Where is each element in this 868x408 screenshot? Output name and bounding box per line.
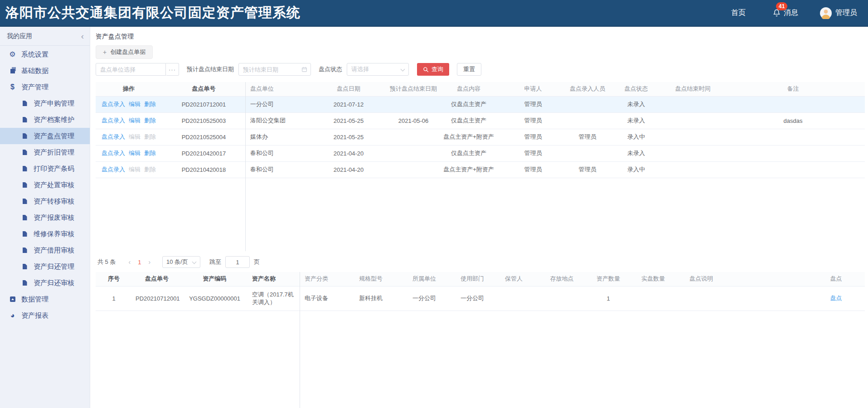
cell-order-code: PD20210712001 [132, 286, 182, 311]
inventory-link[interactable]: 盘点 [830, 295, 842, 301]
user-name: 管理员 [835, 8, 857, 18]
sidebar-item-asset-management[interactable]: $ 资产管理 [0, 79, 90, 95]
inventory-detail-table-wrap: 序号 盘点单号 资产编码 资产名称 资产分类 规格型号 所属单位 使用部门 保管… [96, 272, 864, 408]
page-title: 资产盘点管理 [96, 33, 864, 40]
sidebar-item-asset-borrow-audit[interactable]: 资产借用审核 [0, 242, 90, 258]
cell-unit: 一分公司 [246, 96, 309, 112]
sidebar-item-asset-return-management[interactable]: 资产归还管理 [0, 258, 90, 275]
delete-link[interactable]: 删除 [144, 117, 156, 124]
entry-link[interactable]: 盘点录入 [102, 150, 125, 156]
cell-content: 盘点主资产+附资产 [438, 161, 499, 178]
table-row: 盘点录入编辑删除 PD20210525004 媒体办 2021-05-25 盘点… [96, 129, 865, 145]
page-size-select[interactable]: 10 条/页 [162, 256, 200, 268]
expected-end-label: 预计盘点结束日期 [187, 65, 234, 73]
cell-index: 1 [96, 286, 132, 311]
cell-date: 2021-05-25 [309, 129, 388, 145]
cell-recorder [567, 112, 608, 129]
cell-end-time [664, 112, 721, 129]
sidebar: 我的应用 ‹ ⚙ 系统设置 基础数据 $ 资产管理 资产申购管理 资产档案维护 … [0, 27, 90, 408]
col-category: 资产分类 [300, 272, 354, 286]
cell-expected-end [388, 129, 438, 145]
status-select[interactable]: 请选择 [347, 63, 409, 76]
sidebar-item-asset-disposal-audit[interactable]: 资产处置审核 [0, 177, 90, 193]
col-location: 存放地点 [529, 272, 595, 286]
bell-icon: 41 [773, 9, 781, 17]
sidebar-item-base-data[interactable]: 基础数据 [0, 63, 90, 79]
sidebar-item-asset-transfer-audit[interactable]: 资产转移审核 [0, 193, 90, 209]
file-icon [21, 248, 29, 253]
col-index: 序号 [96, 272, 132, 286]
cell-recorder [567, 145, 608, 161]
plus-icon: + [103, 49, 107, 56]
collapse-sidebar-icon[interactable]: ‹ [81, 32, 84, 40]
cell-order-code: PD20210525004 [162, 129, 246, 145]
user-menu[interactable]: 管理员 [820, 7, 857, 19]
delete-link-disabled: 删除 [144, 133, 156, 140]
cell-model: 新科挂机 [354, 286, 408, 311]
total-count: 共 5 条 [97, 258, 116, 266]
cell-applicant: 管理员 [499, 112, 567, 129]
sidebar-item-asset-inventory[interactable]: 资产盘点管理 [0, 128, 90, 144]
entry-link[interactable]: 盘点录入 [102, 101, 125, 107]
edit-link[interactable]: 编辑 [129, 101, 141, 107]
cell-unit: 春和公司 [246, 145, 309, 161]
nav-messages-label: 消息 [784, 8, 798, 18]
delete-link[interactable]: 删除 [144, 101, 156, 107]
reset-button[interactable]: 重置 [457, 63, 481, 76]
create-inventory-button[interactable]: + 创建盘点单据 [96, 45, 153, 59]
col-qty: 资产数量 [595, 272, 621, 286]
cell-order-code: PD20210712001 [162, 96, 246, 112]
sidebar-item-asset-return-audit[interactable]: 资产归还审核 [0, 275, 90, 291]
cell-status: 未录入 [608, 145, 664, 161]
sidebar-item-asset-scrap-audit[interactable]: 资产报废审核 [0, 209, 90, 226]
next-page-button[interactable]: › [145, 258, 153, 266]
file-icon [21, 166, 29, 171]
nav-home[interactable]: 首页 [731, 8, 746, 18]
nav-messages[interactable]: 41 消息 [773, 8, 798, 18]
unit-select-input[interactable] [96, 63, 166, 76]
col-use-dept: 使用部门 [456, 272, 499, 286]
col-action: 盘点 [807, 272, 865, 286]
page-number[interactable]: 1 [138, 259, 141, 266]
jump-page-input[interactable] [225, 256, 250, 268]
cell-end-time [664, 145, 721, 161]
col-order-code: 盘点单号 [162, 82, 246, 96]
cell-owner-unit: 一分公司 [408, 286, 456, 311]
col-applicant: 申请人 [499, 82, 567, 96]
prev-page-button[interactable]: ‹ [126, 258, 133, 266]
cell-recorder: 管理员 [567, 161, 608, 178]
cell-qty: 1 [595, 286, 621, 311]
detail-table-row: 1 PD20210712001 YGSGDZ00000001 空调（2017.7… [96, 286, 865, 311]
edit-link[interactable]: 编辑 [129, 150, 141, 156]
sidebar-item-system-settings[interactable]: ⚙ 系统设置 [0, 46, 90, 63]
cell-end-time [664, 129, 721, 145]
cell-recorder [567, 96, 608, 112]
sidebar-item-asset-report[interactable]: ◕ 资产报表 [0, 307, 90, 324]
cell-applicant: 管理员 [499, 145, 567, 161]
sidebar-item-data-management[interactable]: 数据管理 [0, 291, 90, 307]
cell-expected-end [388, 145, 438, 161]
cell-keeper [499, 286, 529, 311]
sidebar-item-print-barcode[interactable]: 打印资产条码 [0, 160, 90, 177]
sidebar-item-maintenance-audit[interactable]: 维修保养审核 [0, 226, 90, 242]
unit-more-button[interactable]: ··· [166, 63, 179, 76]
entry-link[interactable]: 盘点录入 [102, 133, 125, 140]
entry-link[interactable]: 盘点录入 [102, 166, 125, 173]
cell-applicant: 管理员 [499, 96, 567, 112]
entry-link[interactable]: 盘点录入 [102, 117, 125, 124]
col-note: 盘点说明 [685, 272, 807, 286]
edit-link[interactable]: 编辑 [129, 117, 141, 124]
col-unit: 盘点单位 [246, 82, 309, 96]
query-button[interactable]: 查询 [417, 63, 449, 76]
cell-unit: 春和公司 [246, 161, 309, 178]
jump-suffix: 页 [254, 258, 260, 266]
expected-end-date-input[interactable] [238, 63, 311, 76]
file-icon [21, 199, 29, 204]
col-order-code: 盘点单号 [132, 272, 182, 286]
cell-remark [721, 161, 865, 178]
sidebar-item-asset-depreciation[interactable]: 资产折旧管理 [0, 144, 90, 160]
sidebar-item-asset-purchase[interactable]: 资产申购管理 [0, 95, 90, 112]
sidebar-item-asset-archive[interactable]: 资产档案维护 [0, 112, 90, 128]
delete-link[interactable]: 删除 [144, 150, 156, 156]
chevron-down-icon [192, 260, 197, 264]
